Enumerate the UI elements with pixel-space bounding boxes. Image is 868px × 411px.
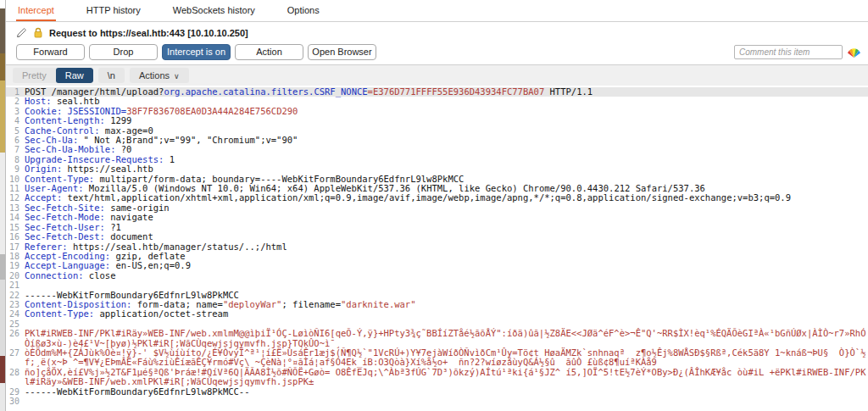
tab-options[interactable]: Options xyxy=(286,0,321,21)
line-number: 1 xyxy=(6,87,25,97)
line-number: 12 xyxy=(6,193,25,203)
request-line: 6Sec-Ch-Ua: " Not A;Brand";v="99", "Chro… xyxy=(6,136,868,145)
text-segment: multipart/form-data; boundary=----WebKit… xyxy=(94,174,464,184)
window-edge xyxy=(0,0,6,411)
line-number: 19 xyxy=(6,261,25,270)
text-segment: PKl#iRWEB-INF/PKl#iRäy»WEB-INF/web.xmlmM… xyxy=(25,328,865,347)
line-content[interactable]: òÈÖdm%M+{ZÁJùk%Oè¤!ÿ}-' $V½ùíùíto/¿É¥Òvý… xyxy=(25,348,868,368)
line-content[interactable] xyxy=(25,397,868,406)
text-segment: org.apache.catalina.filters.CSRF_NONCE xyxy=(164,86,367,97)
line-content[interactable]: Sec-Ch-Ua: " Not A;Brand";v="99", "Chrom… xyxy=(25,136,868,145)
text-segment: Connection: xyxy=(25,270,84,280)
line-number: 27 xyxy=(6,348,25,368)
line-content[interactable]: Connection: close xyxy=(25,271,868,280)
text-segment: gzip, deflate xyxy=(110,251,186,261)
request-line: 19Accept-Language: en-US,en;q=0.9 xyxy=(6,261,868,270)
line-number: 11 xyxy=(6,184,25,193)
highlight-color-fan-icon[interactable] xyxy=(847,46,861,58)
pencil-edit-icon[interactable] xyxy=(16,27,27,38)
line-content[interactable]: Sec-Fetch-Mode: navigate xyxy=(25,213,868,222)
line-number: 3 xyxy=(6,107,25,116)
request-target-label: Request to https://seal.htb:443 [10.10.1… xyxy=(49,28,248,38)
line-content[interactable]: Accept-Language: en-US,en;q=0.9 xyxy=(25,261,868,270)
request-line: 24Content-Type: application/octet-stream xyxy=(6,309,868,319)
line-number: 15 xyxy=(6,223,25,232)
text-segment: POST /manager/html/upload? xyxy=(25,86,164,97)
text-segment: https://seal.htb/manager/status/..;/html xyxy=(68,242,287,252)
text-segment: same-origin xyxy=(105,203,170,213)
text-segment: ño]çåÖX,èí£V%j»½2T&F1µé§ªQß'Þráæ!#QíVª6Q… xyxy=(25,367,865,386)
request-line: 1POST /manager/html/upload?org.apache.ca… xyxy=(6,87,868,97)
line-content[interactable]: Content-Type: application/octet-stream xyxy=(25,309,868,319)
view-mode-switch: Pretty Raw xyxy=(13,68,93,83)
open-browser-button[interactable]: Open Browser xyxy=(308,44,376,60)
line-number: 24 xyxy=(6,309,25,319)
text-segment: " Not A;Brand";v="99", "Chromium";v="90" xyxy=(78,135,298,145)
text-segment: òÈÖdm%M+{ZÁJùk%Oè¤!ÿ}-' $V½ùíùíto/¿É¥Òvý… xyxy=(25,347,865,367)
text-segment: Cookie: xyxy=(25,106,62,116)
request-line: 20Connection: close xyxy=(6,271,868,280)
text-segment: Sec-Fetch-Site: xyxy=(25,203,105,213)
text-segment: application/octet-stream xyxy=(94,308,228,319)
forward-button[interactable]: Forward xyxy=(16,44,85,60)
burp-intercept-panel: Intercept HTTP history WebSockets histor… xyxy=(0,0,868,411)
text-segment: "darknite.war" xyxy=(341,299,416,309)
text-segment: ?0 xyxy=(115,144,131,154)
line-number: 2 xyxy=(6,97,25,106)
text-segment: Host: xyxy=(25,96,52,106)
text-segment: form-data; name= xyxy=(131,299,222,309)
request-line: 3Cookie: JSESSIONID=38F7F836708EA0D3A44A… xyxy=(6,107,868,116)
text-segment: Sec-Fetch-User: xyxy=(25,222,105,232)
text-segment: User-Agent: xyxy=(25,183,84,193)
text-segment: Upgrade-Insecure-Requests: xyxy=(25,154,164,164)
show-newlines-button[interactable]: \n xyxy=(98,68,125,83)
text-segment: ------WebKitFormBoundary6EdfnrL9lw8PkMCC xyxy=(25,290,239,300)
line-number: 21 xyxy=(6,280,25,290)
message-editor[interactable]: 1POST /manager/html/upload?org.apache.ca… xyxy=(6,86,868,411)
text-segment: seal.htb xyxy=(52,96,100,106)
line-number: 26 xyxy=(6,329,25,348)
text-segment: max-age=0 xyxy=(100,125,153,136)
text-segment: Mozilla/5.0 (Windows NT 10.0; Win64; x64… xyxy=(84,183,705,193)
comment-input[interactable] xyxy=(734,45,843,59)
text-segment: Referer: xyxy=(25,242,68,252)
tab-http-history[interactable]: HTTP history xyxy=(85,0,142,21)
line-number: 8 xyxy=(6,155,25,164)
text-segment: Origin: xyxy=(25,164,62,174)
text-segment: text/html,application/xhtml+xml,applicat… xyxy=(62,192,791,203)
line-content[interactable]: ño]çåÖX,èí£V%j»½2T&F1µé§ªQß'Þráæ!#QíVª6Q… xyxy=(25,368,868,387)
text-segment: 38F7F836708EA0D3A44A284E756CD290 xyxy=(126,106,298,116)
intercept-toggle-button[interactable]: Intercept is on xyxy=(162,44,231,60)
text-segment: HTTP/1.1 xyxy=(544,86,593,97)
text-segment: Cache-Control: xyxy=(25,125,100,136)
line-number: 4 xyxy=(6,116,25,125)
request-info-row: Request to https://seal.htb:443 [10.10.1… xyxy=(6,25,868,40)
line-number: 9 xyxy=(6,164,25,174)
text-segment: Content-Type: xyxy=(25,174,94,184)
drop-button[interactable]: Drop xyxy=(89,44,158,60)
line-content[interactable]: ------WebKitFormBoundary6EdfnrL9lw8PkMCC… xyxy=(25,387,868,397)
actions-menu-button[interactable]: Actions∨ xyxy=(130,68,189,83)
text-segment: 1 xyxy=(164,154,175,164)
text-segment: 1299 xyxy=(105,115,132,125)
request-line: 26PKl#iRWEB-INF/PKl#iRäy»WEB-INF/web.xml… xyxy=(6,329,868,348)
raw-view-button[interactable]: Raw xyxy=(56,68,93,83)
text-segment: https://seal.htb xyxy=(62,164,153,174)
request-line: 14Sec-Fetch-Mode: navigate xyxy=(6,213,868,222)
line-number: 16 xyxy=(6,232,25,242)
text-segment: Accept-Language: xyxy=(25,260,110,270)
line-content[interactable]: PKl#iRWEB-INF/PKl#iRäy»WEB-INF/web.xmlmM… xyxy=(25,329,868,348)
line-number: 5 xyxy=(6,126,25,136)
action-button[interactable]: Action xyxy=(235,44,303,60)
tab-websockets-history[interactable]: WebSockets history xyxy=(171,0,257,21)
request-line: 27òÈÖdm%M+{ZÁJùk%Oè¤!ÿ}-' $V½ùíùíto/¿É¥Ò… xyxy=(6,348,868,368)
line-content[interactable]: POST /manager/html/upload?org.apache.cat… xyxy=(25,87,868,97)
line-number: 25 xyxy=(6,319,25,329)
text-segment: ------WebKitFormBoundary6EdfnrL9lw8PkMCC… xyxy=(25,386,250,397)
text-segment: =E376D771FFFF55E936D43934FC77BA07 xyxy=(368,86,545,97)
tab-intercept[interactable]: Intercept xyxy=(16,0,56,21)
pretty-view-button[interactable]: Pretty xyxy=(13,68,56,83)
line-content[interactable]: Cookie: JSESSIONID=38F7F836708EA0D3A44A2… xyxy=(25,107,868,116)
text-segment: en-US,en;q=0.9 xyxy=(110,260,191,270)
line-number: 7 xyxy=(6,145,25,154)
